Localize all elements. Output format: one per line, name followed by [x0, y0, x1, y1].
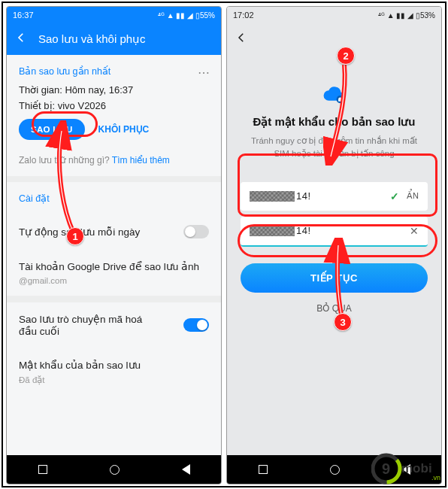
watermark-suffix: .vn [431, 474, 440, 481]
clear-icon[interactable]: ✕ [410, 225, 419, 237]
watermark-text: mobi [401, 461, 432, 475]
divider [7, 176, 221, 182]
hint-row: Zalo lưu trữ những gì? Tìm hiểu thêm [7, 147, 221, 176]
status-time: 17:02 [233, 11, 254, 20]
auto-backup-row[interactable]: Tự động sao lưu mỗi ngày [7, 214, 221, 249]
e2e-toggle[interactable] [183, 318, 209, 332]
section-recent-backup: ⋯ Bản sao lưu gần nhất Thời gian: Hôm na… [7, 55, 221, 147]
header [227, 23, 441, 55]
gdrive-row[interactable]: Tài khoản Google Drive để sao lưu ảnh @g… [7, 249, 221, 296]
auto-backup-label: Tự động sao lưu mỗi ngày [19, 226, 140, 238]
status-bar: 16:37 ⁴ᴳ ▲ ▮▮ ◢ ▯55% [7, 7, 221, 23]
section-title: Cài đặt [19, 193, 209, 204]
learn-more-link[interactable]: Tìm hiểu thêm [112, 155, 170, 166]
android-navbar [7, 455, 221, 484]
status-bar: 17:02 ⁴ᴳ ▲ ▮▮ ◢ ▯53% [227, 7, 441, 23]
continue-button[interactable]: TIẾP TỤC [241, 263, 428, 293]
backup-device: Thiết bị: vivo V2026 [19, 100, 209, 111]
e2e-label: Sao lưu trò chuyện mã hoá đầu cuối [19, 313, 162, 337]
password-confirm-input[interactable]: 14! ✕ [241, 217, 428, 247]
content: Đặt mật khẩu cho bản sao lưu Tránh nguy … [227, 55, 441, 455]
password-confirm-value: 14! [296, 225, 311, 236]
nav-back-icon[interactable] [182, 464, 190, 475]
nav-recent-icon[interactable] [259, 465, 268, 474]
phone-left: 16:37 ⁴ᴳ ▲ ▮▮ ◢ ▯55% Sao lưu và khôi phụ… [6, 6, 222, 484]
backup-time: Thời gian: Hôm nay, 16:37 [19, 84, 209, 96]
status-time: 16:37 [13, 11, 34, 20]
backup-password-row[interactable]: Mật khẩu của bản sao lưu Đã đặt [7, 348, 221, 396]
back-icon[interactable] [14, 31, 28, 47]
password-value: 14! [296, 190, 311, 202]
watermark: 9 mobi .vn [371, 453, 443, 487]
back-icon[interactable] [235, 31, 248, 47]
e2e-row[interactable]: Sao lưu trò chuyện mã hoá đầu cuối [7, 302, 221, 348]
page-title: Sao lưu và khôi phục [38, 32, 146, 46]
header: Sao lưu và khôi phục [7, 23, 221, 55]
cloud-lock-icon [322, 85, 347, 106]
divider [7, 296, 221, 302]
hint-text: Zalo lưu trữ những gì? [19, 155, 112, 166]
restore-button[interactable]: KHÔI PHỤC [98, 124, 150, 135]
content: ⋯ Bản sao lưu gần nhất Thời gian: Hôm na… [7, 55, 221, 455]
section-title: Bản sao lưu gần nhất [19, 65, 209, 77]
status-icons: ⁴ᴳ ▲ ▮▮ ◢ ▯55% [158, 11, 215, 20]
phone-right: 17:02 ⁴ᴳ ▲ ▮▮ ◢ ▯53% Đặt mật khẩu cho bả… [226, 6, 442, 484]
hide-password-link[interactable]: ẨN [407, 191, 419, 201]
backup-button[interactable]: SAO LƯU [19, 119, 85, 140]
backup-password-status: Đã đặt [19, 375, 209, 385]
check-icon: ✓ [390, 190, 399, 202]
nav-home-icon[interactable] [330, 465, 340, 475]
backup-password-label: Mật khẩu của bản sao lưu [19, 360, 141, 371]
page-description: Tránh nguy cơ bị đọc trộm tin nhắn khi m… [241, 135, 428, 161]
page-title: Đặt mật khẩu cho bản sao lưu [241, 115, 428, 129]
section-settings: Cài đặt [7, 182, 221, 214]
gdrive-label: Tài khoản Google Drive để sao lưu ảnh [19, 261, 199, 272]
status-icons: ⁴ᴳ ▲ ▮▮ ◢ ▯53% [378, 11, 435, 20]
nav-recent-icon[interactable] [38, 465, 47, 474]
skip-link[interactable]: BỎ QUA [316, 303, 351, 314]
password-input[interactable]: 14! ✓ ẨN [241, 182, 428, 211]
nav-home-icon[interactable] [110, 465, 120, 475]
auto-backup-toggle[interactable] [183, 225, 209, 238]
gdrive-value: @gmail.com [19, 276, 67, 285]
more-icon[interactable]: ⋯ [198, 65, 210, 80]
watermark-digit: 9 [382, 460, 390, 477]
